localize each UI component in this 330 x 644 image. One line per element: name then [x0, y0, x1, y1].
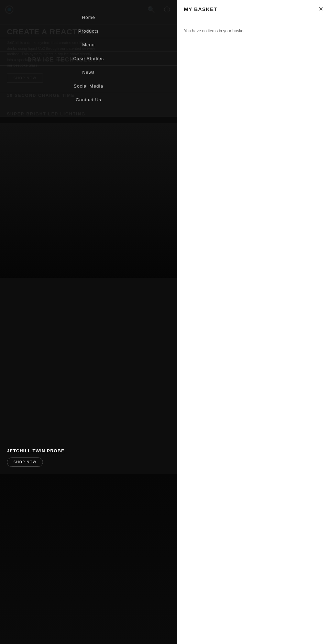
nav-item-news[interactable]: News [0, 66, 177, 79]
basket-header: MY BASKET × [177, 0, 330, 18]
nav-item-products[interactable]: Products [0, 24, 177, 38]
dark-section-1 [0, 123, 177, 278]
twin-probe-shop-button[interactable]: SHOP NOW [7, 457, 43, 467]
nav-item-social-media[interactable]: Social Media [0, 79, 177, 93]
basket-empty-message: You have no items in your basket [177, 18, 330, 44]
basket-close-button[interactable]: × [319, 5, 323, 13]
twin-probe-name: JETCHILL TWIN PROBE [7, 448, 170, 453]
nav-menu: Home Products Menu Case Studies News Soc… [0, 0, 177, 117]
nav-item-home[interactable]: Home [0, 11, 177, 24]
close-icon: × [319, 5, 323, 13]
basket-panel: MY BASKET × You have no items in your ba… [177, 0, 330, 644]
nav-item-case-studies[interactable]: Case Studies [0, 52, 177, 66]
twin-probe-section: JETCHILL TWIN PROBE SHOP NOW [0, 278, 177, 474]
dark-section-2 [0, 474, 177, 644]
nav-item-contact-us[interactable]: Contact Us [0, 93, 177, 106]
nav-item-menu[interactable]: Menu [0, 38, 177, 52]
basket-title: MY BASKET [184, 6, 217, 12]
